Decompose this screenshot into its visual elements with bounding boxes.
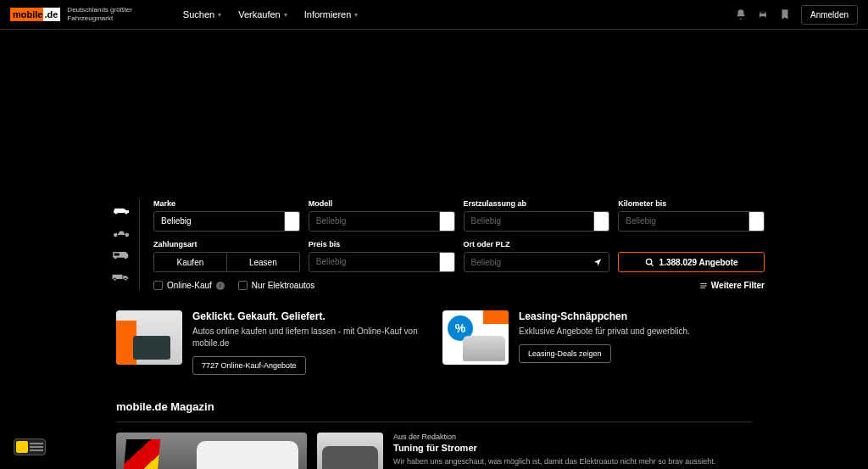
more-filters-link[interactable]: Weitere Filter [699, 281, 765, 290]
promo-image [116, 310, 182, 365]
logo-area[interactable]: mobile .de Deutschlands größter Fahrzeug… [10, 6, 132, 22]
header: mobile .de Deutschlands größter Fahrzeug… [0, 0, 868, 30]
km-select[interactable]: Beliebig [618, 211, 749, 232]
divider [116, 422, 752, 422]
magazin-article-image[interactable] [317, 433, 383, 469]
chevron-down-icon: ▾ [284, 11, 287, 19]
nav-inform[interactable]: Informieren▾ [304, 9, 359, 20]
promo-leasing: % Leasing-Schnäppchen Exklusive Angebote… [442, 310, 752, 375]
search-form: Marke Beliebig Modell Beliebig Erstzulas… [140, 199, 765, 290]
checkbox-icon [238, 281, 248, 290]
tab-motorcycle[interactable] [103, 221, 139, 243]
bookmark-icon[interactable] [779, 8, 791, 20]
km-dropdown-button[interactable] [749, 211, 765, 232]
nav-sell[interactable]: Verkaufen▾ [238, 9, 287, 20]
price-dropdown-button[interactable] [440, 252, 455, 272]
main-nav: Suchen▾ Verkaufen▾ Informieren▾ [183, 9, 359, 20]
magazin-title: mobile.de Magazin [116, 400, 752, 413]
magazin-text: Wir haben uns angeschaut, was möglich is… [393, 456, 715, 467]
tagline: Deutschlands größter Fahrzeugmarkt [67, 6, 131, 22]
vehicle-tabs [103, 199, 140, 290]
location-input[interactable]: Beliebig [464, 252, 610, 272]
online-purchase-checkbox[interactable]: Online-Kauf i [153, 281, 225, 290]
location-arrow-icon [593, 258, 602, 266]
promo-row: Geklickt. Gekauft. Geliefert. Autos onli… [116, 310, 752, 375]
magazin-kicker: Aus der Redaktion [393, 433, 715, 441]
chevron-down-icon: ▾ [354, 11, 358, 19]
first-reg-dropdown-button[interactable] [594, 211, 609, 232]
promo-title: Geklickt. Gekauft. Geliefert. [192, 310, 426, 322]
svg-point-4 [704, 282, 706, 284]
km-label: Kilometer bis [618, 199, 765, 208]
magazin-section: mobile.de Magazin Aus der Redaktion Tuni… [116, 400, 752, 469]
first-reg-select[interactable]: Beliebig [464, 211, 595, 232]
search-area: Marke Beliebig Modell Beliebig Erstzulas… [103, 199, 765, 290]
car-park-icon[interactable] [757, 8, 769, 20]
magazin-hero-image[interactable] [116, 433, 307, 469]
chevron-down-icon: ▾ [218, 11, 221, 19]
model-dropdown-button[interactable] [440, 211, 455, 232]
sliders-icon [699, 282, 708, 290]
svg-point-5 [704, 287, 705, 288]
cookie-settings-widget[interactable] [14, 438, 46, 455]
promo-title: Leasing-Schnäppchen [519, 310, 752, 322]
hero-area [0, 30, 868, 199]
svg-point-2 [646, 259, 651, 264]
buy-toggle[interactable]: Kaufen [153, 252, 227, 272]
tab-car[interactable] [103, 199, 139, 221]
tab-camper[interactable] [103, 243, 139, 265]
brand-select[interactable]: Beliebig [153, 211, 285, 232]
logo: mobile .de [10, 8, 60, 21]
electro-checkbox[interactable]: Nur Elektroautos [238, 281, 314, 290]
checkbox-icon [153, 281, 163, 290]
promo-text: Autos online kaufen und liefern lassen -… [192, 326, 426, 349]
promo-leasing-button[interactable]: Leasing-Deals zeigen [519, 344, 611, 363]
nav-search[interactable]: Suchen▾ [183, 9, 221, 20]
promo-text: Exklusive Angebote für privat und gewerb… [519, 326, 752, 338]
location-label: Ort oder PLZ [464, 240, 610, 248]
magazin-headline[interactable]: Tuning für Stromer [393, 443, 715, 453]
login-button[interactable]: Anmelden [801, 5, 858, 25]
price-select[interactable]: Beliebig [309, 252, 440, 272]
logo-right: .de [43, 8, 60, 21]
first-reg-label: Erstzulassung ab [464, 199, 610, 208]
search-results-button[interactable]: 1.388.029 Angebote [618, 252, 765, 272]
svg-point-1 [125, 233, 130, 237]
tab-truck[interactable] [103, 265, 139, 288]
price-label: Preis bis [309, 240, 455, 248]
search-icon [645, 258, 654, 267]
promo-online-purchase: Geklickt. Gekauft. Geliefert. Autos onli… [116, 310, 426, 375]
payment-label: Zahlungsart [153, 240, 300, 248]
logo-left: mobile [10, 8, 43, 21]
model-label: Modell [309, 199, 455, 208]
percent-badge-icon: % [448, 315, 473, 341]
bell-icon[interactable] [735, 8, 747, 20]
model-select[interactable]: Beliebig [309, 211, 440, 232]
promo-online-button[interactable]: 7727 Online-Kauf-Angebote [192, 356, 306, 375]
menu-icon [30, 443, 43, 451]
promo-image: % [442, 310, 509, 365]
theme-icon [16, 441, 28, 453]
svg-line-3 [650, 263, 653, 265]
lease-toggle[interactable]: Leasen [227, 252, 300, 272]
svg-point-0 [114, 233, 118, 237]
brand-label: Marke [153, 199, 300, 208]
brand-dropdown-button[interactable] [285, 211, 300, 232]
info-icon[interactable]: i [216, 282, 225, 290]
